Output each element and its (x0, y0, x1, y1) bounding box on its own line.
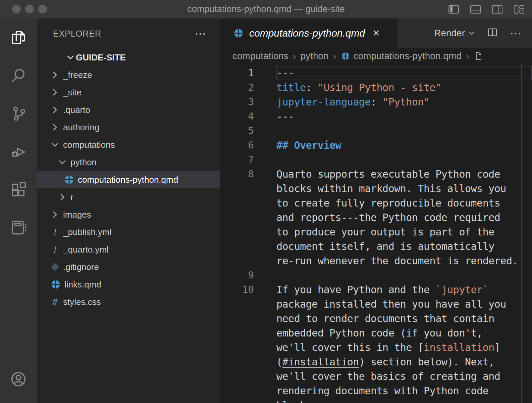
close-window-button[interactable] (12, 5, 21, 13)
yaml-file-icon: ! (50, 244, 60, 255)
code-line-5: 5 (220, 124, 532, 138)
tree-item-computations-python-qmd[interactable]: computations-python.qmd (37, 171, 220, 188)
tree-item--quarto[interactable]: .quarto (37, 101, 220, 119)
tree-item-label: .gitignore (63, 262, 99, 272)
breadcrumb-label: computations (232, 51, 288, 61)
activity-extensions[interactable] (9, 180, 28, 199)
layout-sidebar-right-icon[interactable] (492, 5, 503, 14)
tree-item-label: _quarto.yml (63, 244, 109, 255)
outline-section-header[interactable]: OUTLINE (37, 397, 220, 403)
tree-item-label: python (70, 157, 97, 168)
tree-item-python[interactable]: python (37, 153, 220, 171)
code-line-8: 8Quarto supports executable Python codeb… (220, 167, 532, 268)
tree-item-label: links.qmd (64, 279, 101, 290)
debug-icon (10, 143, 27, 160)
git-file-icon (50, 262, 60, 272)
zoom-window-button[interactable] (38, 5, 47, 13)
quarto-file-icon (63, 174, 75, 186)
tree-item-label: styles.css (63, 297, 101, 307)
tab-computations-python-qmd[interactable]: computations-python.qmd ✕ (220, 18, 397, 48)
code-line-1: 1--- (220, 66, 532, 80)
activity-account[interactable] (9, 369, 28, 389)
tree-item--freeze[interactable]: _freeze (37, 66, 220, 84)
window-controls (12, 5, 47, 13)
tree-item-label: .quarto (63, 105, 90, 115)
quarto-file-icon (233, 28, 244, 39)
line-number: 5 (220, 124, 276, 138)
tree-item-label: computations-python.qmd (78, 175, 178, 185)
tree-item--gitignore[interactable]: .gitignore (37, 258, 220, 276)
tree-item-links-qmd[interactable]: links.qmd (37, 276, 220, 293)
code-line-3: 3jupyter-language: "Python" (220, 95, 532, 109)
extensions-icon (10, 181, 27, 198)
activity-search[interactable] (9, 66, 28, 85)
layout-sidebar-left-icon[interactable] (448, 5, 459, 14)
files-icon (10, 29, 27, 46)
line-number: 6 (220, 138, 276, 152)
quarto-icon (341, 51, 350, 61)
breadcrumb-item-symbol[interactable] (474, 51, 483, 61)
yaml-file-icon: ! (50, 227, 60, 237)
tab-label: computations-python.qmd (249, 28, 365, 39)
tree-item--site[interactable]: _site (37, 84, 220, 101)
close-tab-icon[interactable]: ✕ (372, 28, 380, 39)
activity-run-debug[interactable] (9, 142, 28, 161)
activity-explorer[interactable] (9, 28, 28, 47)
breadcrumb-separator: › (462, 50, 474, 62)
breadcrumb-item-computations[interactable]: computations (232, 51, 288, 61)
tab-bar: computations-python.qmd ✕ Render ⋯ (220, 18, 532, 48)
scm-icon (10, 105, 27, 122)
chevron-down-icon (57, 157, 68, 168)
line-number: 1 (220, 66, 276, 80)
editor-actions: Render ⋯ (434, 18, 532, 48)
code-line-2: 2title: "Using Python - site" (220, 80, 532, 95)
tree-item-images[interactable]: images (37, 206, 220, 223)
quarto-file-icon (50, 278, 62, 290)
tree-item-label: images (63, 210, 91, 220)
tree-item-authoring[interactable]: authoring (37, 119, 220, 136)
breadcrumb-separator: › (329, 50, 341, 62)
line-number: 7 (220, 152, 276, 167)
activity-bar (0, 18, 37, 403)
indent-guide (60, 153, 60, 206)
tree-item-label: authoring (63, 122, 99, 133)
more-actions-icon[interactable]: ⋯ (510, 27, 521, 40)
tree-item--quarto-yml[interactable]: !_quarto.yml (37, 241, 220, 258)
tree-item-label: computations (63, 140, 115, 150)
chevron-right-icon (50, 104, 60, 115)
chevron-right-icon (57, 192, 68, 203)
titlebar: computations-python.qmd — guide-site (0, 0, 532, 18)
chevron-down-icon (468, 28, 475, 39)
tree-item-label: _site (63, 87, 82, 98)
tree-item-label: _publish.yml (63, 227, 112, 237)
breadcrumb-label: python (301, 51, 329, 61)
activity-notebook[interactable] (9, 218, 28, 237)
account-icon (10, 370, 27, 388)
workspace-section-header[interactable]: GUIDE-SITE (37, 49, 220, 66)
breadcrumb-label: computations-python.qmd (354, 51, 462, 61)
breadcrumb-item-python[interactable]: python (301, 51, 329, 61)
editor-group: computations-python.qmd ✕ Render ⋯ compu… (220, 18, 532, 403)
activity-source-control[interactable] (9, 104, 28, 123)
tree-item-label: r (70, 192, 73, 203)
layout-editor-icon[interactable] (514, 5, 525, 14)
render-button[interactable]: Render (434, 28, 475, 39)
line-number: 2 (220, 80, 276, 95)
split-editor-icon[interactable] (487, 27, 498, 40)
line-number: 8 (220, 167, 276, 268)
code-editor[interactable]: 1---2title: "Using Python - site"3jupyte… (220, 64, 532, 403)
code-line-6: 6## Overview (220, 138, 532, 152)
tree-item-computations[interactable]: computations (37, 136, 220, 153)
minimize-window-button[interactable] (25, 5, 34, 13)
file-tree: _freeze_site.quartoauthoringcomputations… (37, 66, 220, 311)
chevron-right-icon (50, 70, 60, 80)
tree-item--publish-yml[interactable]: !_publish.yml (37, 223, 220, 241)
breadcrumb-item-computations-python-qmd[interactable]: computations-python.qmd (341, 51, 462, 61)
tree-item-label: _freeze (63, 70, 92, 80)
code-line-4: 4--- (220, 109, 532, 124)
tree-item-r[interactable]: r (37, 188, 220, 206)
render-label: Render (434, 28, 465, 39)
line-number: 9 (220, 268, 276, 282)
tree-item-styles-css[interactable]: #styles.css (37, 293, 220, 311)
layout-panel-icon[interactable] (470, 5, 481, 14)
